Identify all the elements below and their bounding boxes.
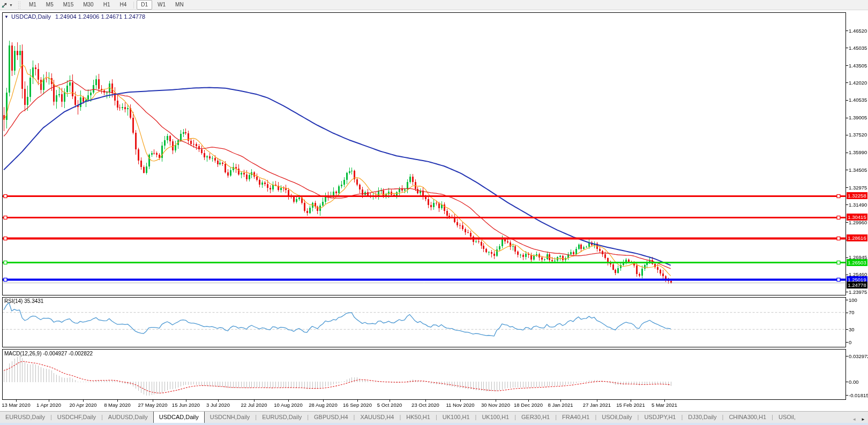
tab-dj30-daily[interactable]: DJ30,Daily [683,412,722,423]
tab-china300-h1[interactable]: CHINA300,H1 [723,412,772,423]
tab-usoil-daily[interactable]: USOil,Daily [596,412,637,423]
tab-ger30-h1[interactable]: GER30,H1 [516,412,555,423]
timeframe-button-m5[interactable]: M5 [42,0,58,10]
tab-xauusd-h4[interactable]: XAUUSD,H4 [355,412,399,423]
timeframe-button-h1[interactable]: H1 [99,0,115,10]
tab-gbpusd-h4[interactable]: GBPUSD,H4 [309,412,354,423]
top-toolbar: ▼ M1M5M15M30H1H4D1W1MN [0,0,868,10]
toolbar-separator [133,2,134,9]
tab-uk100-h1[interactable]: UK100,H1 [476,412,514,423]
timeframe-button-group: M1M5M15M30H1H4D1W1MN [24,0,189,10]
tab-audusd-daily[interactable]: AUDUSD,Daily [103,412,153,423]
tab-hk50-h1[interactable]: HK50,H1 [401,412,436,423]
tab-fra40-h1[interactable]: FRA40,H1 [557,412,595,423]
tab-scroll-right-icon[interactable]: ► [861,416,865,423]
timeframe-button-h4[interactable]: H4 [115,0,131,10]
bottom-strip [0,423,868,425]
tab-scroll-left-icon[interactable]: ◄ [852,416,856,423]
tab-usdjpy-h1[interactable]: USDJPY,H1 [639,412,681,423]
tab-uk100-h1[interactable]: UK100,H1 [437,412,475,423]
toolbar-grip[interactable] [18,2,21,9]
tab-usdcnh-daily[interactable]: USDCNH,Daily [205,412,256,423]
tab-usdcad-daily[interactable]: USDCAD,Daily [153,411,205,423]
tab-eurusd-daily[interactable]: EURUSD,Daily [0,412,50,423]
tab-scroll-controls: ◄ ► [852,416,865,423]
tab-usdchf-daily[interactable]: USDCHF,Daily [52,412,101,423]
timeframe-button-m30[interactable]: M30 [79,0,98,10]
timeframe-button-d1[interactable]: D1 [137,0,152,10]
timeframe-button-m15[interactable]: M15 [59,0,78,10]
price-chart-canvas[interactable] [0,10,868,412]
timeframe-button-m1[interactable]: M1 [25,0,41,10]
timeframe-button-mn[interactable]: MN [171,0,188,10]
symbol-tabs: EURUSD,Daily|USDCHF,Daily|AUDUSD,DailyUS… [0,411,801,423]
symbol-tab-bar: EURUSD,Daily|USDCHF,Daily|AUDUSD,DailyUS… [0,411,868,423]
timeframe-button-w1[interactable]: W1 [153,0,170,10]
chart-tool-icon[interactable] [1,1,9,9]
dropdown-caret-icon[interactable]: ▼ [9,3,13,7]
tab-usoil-[interactable]: USOil, [773,412,801,423]
tab-eurusd-daily[interactable]: EURUSD,Daily [257,412,307,423]
